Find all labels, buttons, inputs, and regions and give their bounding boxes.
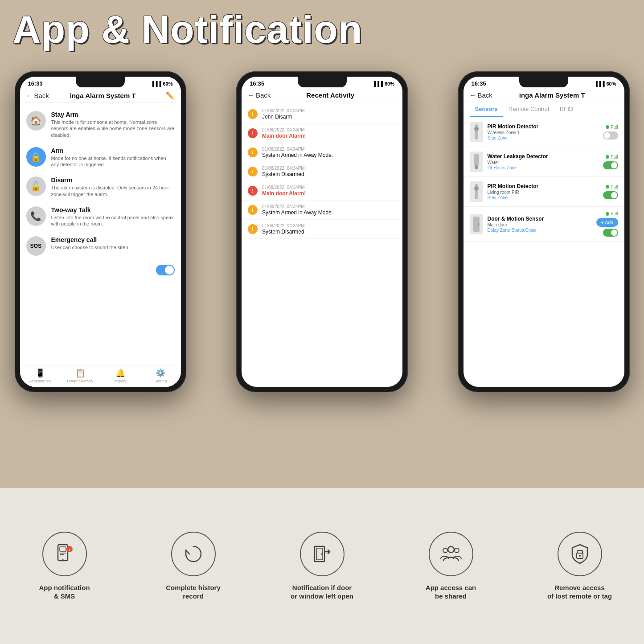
toggle-2[interactable] — [603, 191, 618, 199]
activity-content-4: 01/08/2022, 04:34PM Main door Alarm! — [262, 185, 396, 197]
svg-rect-3 — [475, 165, 478, 169]
feature-remove-access: Remove access of lost remote or tag — [515, 523, 644, 610]
activity-time-3: 01/08/2022, 04:34PM — [262, 166, 396, 171]
stay-arm-desc: This mode is for someone at home. Normal… — [51, 119, 175, 138]
menu-stay-arm[interactable]: 🏠 Stay Arm This mode is for someone at h… — [20, 107, 181, 143]
activity-text-3: System Disarmed. — [262, 171, 396, 177]
feature-label-door: Notification if door or window left open — [291, 583, 353, 601]
phone-2-nav: ← Back Recent Activity — [242, 89, 402, 102]
svg-point-22 — [579, 555, 581, 557]
tab-accessories[interactable]: 📱 Accessories — [20, 368, 60, 383]
arm-title: Arm — [51, 147, 175, 154]
toggle-3[interactable] — [603, 229, 618, 237]
toggle-1[interactable] — [603, 161, 618, 169]
stay-arm-text: Stay Arm This mode is for someone at hom… — [51, 111, 175, 138]
sensor-sub-2: Living room PIR — [488, 190, 599, 195]
menu-emergency[interactable]: SOS Emergency call User can choose to so… — [20, 232, 181, 260]
sensor-info-2: PIR Motion Detector Living room PIR Stay… — [488, 183, 599, 200]
tab-sensors[interactable]: Sensors — [470, 102, 503, 117]
history-icon — [181, 542, 205, 566]
tab-setting-label: Setting — [154, 379, 167, 383]
sensor-info-0: PIR Motion Detector Wireless Zone 1 Stay… — [488, 123, 599, 140]
activity-item-1: ! 01/08/2022, 04:34PM Main door Alarm! — [242, 124, 402, 143]
phones-container: 16:33 ▐▐▐ 60% ← Back inga Alarm System T… — [15, 69, 630, 394]
activity-time-1: 01/08/2022, 04:34PM — [262, 127, 396, 132]
twoway-title: Two-way Talk — [51, 206, 175, 213]
sensor-item-1: Water Leakage Detector Water 24 Hours Zo… — [464, 147, 624, 177]
phone-3-notch — [519, 77, 568, 87]
sensor-tab-bar: Sensors Remote Control RFID — [464, 102, 624, 117]
features-section: ! App notification & SMS Complete histor… — [0, 488, 644, 644]
activity-content-5: 01/08/2022, 04:34PM System Armed in Away… — [262, 204, 396, 216]
activity-item-2: i 01/08/2022, 04:34PM System Armed in Aw… — [242, 143, 402, 162]
shield-lock-icon — [568, 542, 592, 566]
activity-dot-5: i — [248, 205, 258, 215]
activity-dot-4: ! — [248, 186, 258, 196]
shield-lock-icon-circle — [558, 532, 602, 576]
activity-item-5: i 01/08/2022, 04:34PM System Armed in Aw… — [242, 201, 402, 220]
activity-item-6: i 01/08/2022, 04:34PM System Disarmed. — [242, 220, 402, 239]
sensor-name-1: Water Leakage Detector — [488, 153, 599, 160]
menu-twoway[interactable]: 📞 Two-way Talk Listen into the room via … — [20, 202, 181, 232]
edit-icon[interactable]: ✏️ — [166, 91, 175, 100]
twoway-desc: Listen into the room via the control pan… — [51, 214, 175, 227]
sensor-name-2: PIR Motion Detector — [488, 183, 599, 189]
sensor-img-0 — [470, 122, 483, 142]
sensor-img-1 — [470, 152, 483, 172]
toggle-0[interactable] — [603, 131, 618, 139]
activity-text-2: System Armed in Away Mode. — [262, 152, 396, 158]
battery-icon-2: 60% — [385, 81, 394, 86]
tab-inquiry[interactable]: 🔔 Inquiry — [100, 368, 140, 383]
svg-point-19 — [443, 548, 447, 553]
tab-setting[interactable]: ⚙️ Setting — [140, 368, 180, 383]
activity-text-4: Main door Alarm! — [262, 190, 396, 197]
tab-remote-control[interactable]: Remote Control — [503, 102, 554, 117]
accessories-icon: 📱 — [35, 368, 45, 378]
back-button-3[interactable]: ← Back — [470, 91, 492, 99]
sensor-info-3: Door & Motion Sensor Main door Delay Zon… — [488, 216, 592, 233]
arm-icon: 🔒 — [26, 147, 46, 167]
signal-icon-2: ▐▐▐ — [373, 81, 383, 86]
feature-label-history: Complete history record — [166, 583, 221, 601]
history-icon-circle — [171, 532, 216, 576]
sensor-sub-0: Wireless Zone 1 — [488, 130, 599, 135]
battery-2: Full — [606, 185, 618, 189]
battery-dot-2 — [606, 185, 609, 189]
activity-time-4: 01/08/2022, 04:34PM — [262, 185, 396, 190]
feature-label-access: App access can be shared — [426, 583, 476, 601]
sensor-zone-0: Stay Zone — [488, 135, 599, 140]
phone-1-notch — [76, 77, 125, 87]
phone-3-icons: ▐▐▐ 60% — [594, 81, 616, 86]
feature-app-notification: ! App notification & SMS — [0, 523, 129, 610]
menu-arm[interactable]: 🔒 Arm Mode for no one at home. It sends … — [20, 143, 181, 172]
svg-point-17 — [320, 553, 322, 554]
users-icon-circle — [429, 532, 473, 576]
sensor-item-0: PIR Motion Detector Wireless Zone 1 Stay… — [464, 117, 624, 147]
menu-disarm[interactable]: 🔓 Disarm The alarm system is disabled. O… — [20, 172, 181, 202]
activity-content-3: 01/08/2022, 04:34PM System Disarmed. — [262, 166, 396, 177]
tab-rfid[interactable]: RFID — [554, 102, 578, 117]
back-button-1[interactable]: ← Back — [26, 92, 49, 99]
svg-rect-2 — [474, 154, 479, 165]
add-sensor-button[interactable]: + Add — [596, 218, 618, 227]
arm-toggle[interactable] — [156, 265, 175, 275]
sensor-sub-3: Main door — [488, 222, 592, 227]
battery-label-1: Full — [611, 155, 618, 160]
feature-label-app-notification: App notification & SMS — [39, 583, 90, 601]
phone-1: 16:33 ▐▐▐ 60% ← Back inga Alarm System T… — [15, 71, 186, 392]
sensor-right-0: Full — [603, 125, 618, 139]
emergency-title: Emergency call — [51, 236, 175, 243]
battery-icon: 60% — [163, 81, 172, 86]
sensor-item-2: PIR Motion Detector Living room PIR Stay… — [464, 177, 624, 207]
sensor-info-1: Water Leakage Detector Water 24 Hours Zo… — [488, 153, 599, 170]
svg-point-20 — [455, 548, 459, 553]
disarm-desc: The alarm system is disabled. Only senso… — [51, 185, 175, 197]
back-button-2[interactable]: ← Back — [248, 91, 271, 99]
tab-recent-activity[interactable]: 📋 Recent Activity — [60, 368, 100, 383]
activity-time-0: 01/08/2022, 04:34PM — [262, 108, 396, 113]
activity-time-6: 01/08/2022, 04:34PM — [262, 223, 396, 228]
activity-text-1: Main door Alarm! — [262, 133, 396, 139]
feature-label-remove-access: Remove access of lost remote or tag — [547, 583, 612, 601]
sensor-img-3 — [470, 214, 483, 234]
recent-activity-icon: 📋 — [75, 368, 85, 378]
